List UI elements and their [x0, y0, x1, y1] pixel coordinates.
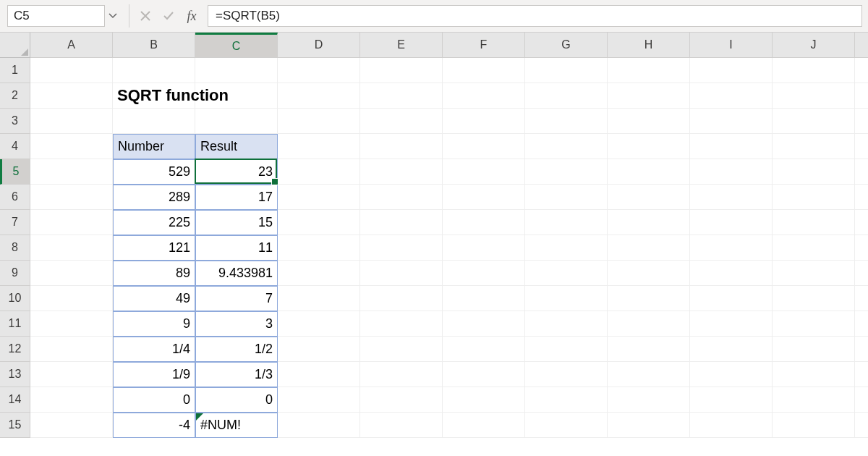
- cell-J7[interactable]: [773, 210, 855, 235]
- cell-H5[interactable]: [608, 159, 690, 185]
- row-header-2[interactable]: 2: [0, 83, 30, 109]
- cell-I7[interactable]: [690, 210, 773, 235]
- cell-C8[interactable]: 11: [195, 235, 278, 261]
- cell-K9[interactable]: [855, 261, 868, 286]
- cell-F1[interactable]: [443, 58, 525, 83]
- cell-J5[interactable]: [773, 159, 855, 185]
- cell-B12[interactable]: 1/4: [113, 337, 195, 362]
- formula-input[interactable]: =SQRT(B5): [208, 5, 862, 27]
- cell-F8[interactable]: [443, 235, 525, 261]
- cell-C3[interactable]: [195, 109, 278, 134]
- cell-A11[interactable]: [30, 311, 113, 337]
- cell-D2[interactable]: [278, 83, 360, 109]
- name-box[interactable]: C5: [7, 5, 105, 27]
- cell-F11[interactable]: [443, 311, 525, 337]
- cell-E3[interactable]: [360, 109, 443, 134]
- cell-G8[interactable]: [525, 235, 608, 261]
- cell-I6[interactable]: [690, 185, 773, 210]
- cell-E12[interactable]: [360, 337, 443, 362]
- cell-D1[interactable]: [278, 58, 360, 83]
- cell-A1[interactable]: [30, 58, 113, 83]
- cell-J8[interactable]: [773, 235, 855, 261]
- cell-K10[interactable]: [855, 286, 868, 311]
- cell-B10[interactable]: 49: [113, 286, 195, 311]
- cell-K2[interactable]: [855, 83, 868, 109]
- cell-E14[interactable]: [360, 387, 443, 413]
- cell-G10[interactable]: [525, 286, 608, 311]
- row-header-7[interactable]: 7: [0, 210, 30, 235]
- cell-J15[interactable]: [773, 413, 855, 438]
- cell-G5[interactable]: [525, 159, 608, 185]
- cell-F15[interactable]: [443, 413, 525, 438]
- cell-D14[interactable]: [278, 387, 360, 413]
- cell-B11[interactable]: 9: [113, 311, 195, 337]
- insert-function-button[interactable]: fx: [182, 5, 202, 27]
- column-header-J[interactable]: J: [773, 33, 855, 58]
- cell-H12[interactable]: [608, 337, 690, 362]
- cell-F14[interactable]: [443, 387, 525, 413]
- cell-F13[interactable]: [443, 362, 525, 387]
- cell-A15[interactable]: [30, 413, 113, 438]
- row-header-5[interactable]: 5: [0, 159, 30, 185]
- cancel-button[interactable]: [135, 5, 156, 27]
- cell-E4[interactable]: [360, 134, 443, 159]
- cell-I13[interactable]: [690, 362, 773, 387]
- cell-G12[interactable]: [525, 337, 608, 362]
- column-header-H[interactable]: H: [608, 33, 690, 58]
- cell-K8[interactable]: [855, 235, 868, 261]
- cell-K11[interactable]: [855, 311, 868, 337]
- cell-J4[interactable]: [773, 134, 855, 159]
- cell-A10[interactable]: [30, 286, 113, 311]
- row-header-15[interactable]: 15: [0, 413, 30, 438]
- cell-I14[interactable]: [690, 387, 773, 413]
- row-header-6[interactable]: 6: [0, 185, 30, 210]
- cell-K13[interactable]: [855, 362, 868, 387]
- column-header-A[interactable]: A: [30, 33, 113, 58]
- cell-D10[interactable]: [278, 286, 360, 311]
- enter-button[interactable]: [158, 5, 179, 27]
- cell-F9[interactable]: [443, 261, 525, 286]
- cell-E10[interactable]: [360, 286, 443, 311]
- cell-K5[interactable]: [855, 159, 868, 185]
- cell-J6[interactable]: [773, 185, 855, 210]
- cell-E6[interactable]: [360, 185, 443, 210]
- cell-G1[interactable]: [525, 58, 608, 83]
- cell-I3[interactable]: [690, 109, 773, 134]
- name-box-dropdown[interactable]: [105, 5, 121, 27]
- cell-E5[interactable]: [360, 159, 443, 185]
- cell-I1[interactable]: [690, 58, 773, 83]
- cell-A12[interactable]: [30, 337, 113, 362]
- cell-D12[interactable]: [278, 337, 360, 362]
- cell-A9[interactable]: [30, 261, 113, 286]
- cell-H6[interactable]: [608, 185, 690, 210]
- cell-G9[interactable]: [525, 261, 608, 286]
- cell-J2[interactable]: [773, 83, 855, 109]
- cell-D13[interactable]: [278, 362, 360, 387]
- cell-I5[interactable]: [690, 159, 773, 185]
- cell-H10[interactable]: [608, 286, 690, 311]
- cell-G3[interactable]: [525, 109, 608, 134]
- cell-E9[interactable]: [360, 261, 443, 286]
- cell-H2[interactable]: [608, 83, 690, 109]
- cell-A6[interactable]: [30, 185, 113, 210]
- cell-I10[interactable]: [690, 286, 773, 311]
- column-header-G[interactable]: G: [525, 33, 608, 58]
- cell-B9[interactable]: 89: [113, 261, 195, 286]
- cell-K6[interactable]: [855, 185, 868, 210]
- cell-F2[interactable]: [443, 83, 525, 109]
- cell-C7[interactable]: 15: [195, 210, 278, 235]
- cell-F3[interactable]: [443, 109, 525, 134]
- cell-C10[interactable]: 7: [195, 286, 278, 311]
- cell-C1[interactable]: [195, 58, 278, 83]
- cell-E1[interactable]: [360, 58, 443, 83]
- cell-J11[interactable]: [773, 311, 855, 337]
- cell-A8[interactable]: [30, 235, 113, 261]
- cell-D3[interactable]: [278, 109, 360, 134]
- select-all-corner[interactable]: [0, 33, 30, 58]
- cell-C14[interactable]: 0: [195, 387, 278, 413]
- cell-K1[interactable]: [855, 58, 868, 83]
- cell-J14[interactable]: [773, 387, 855, 413]
- cell-H11[interactable]: [608, 311, 690, 337]
- cell-B8[interactable]: 121: [113, 235, 195, 261]
- cell-H14[interactable]: [608, 387, 690, 413]
